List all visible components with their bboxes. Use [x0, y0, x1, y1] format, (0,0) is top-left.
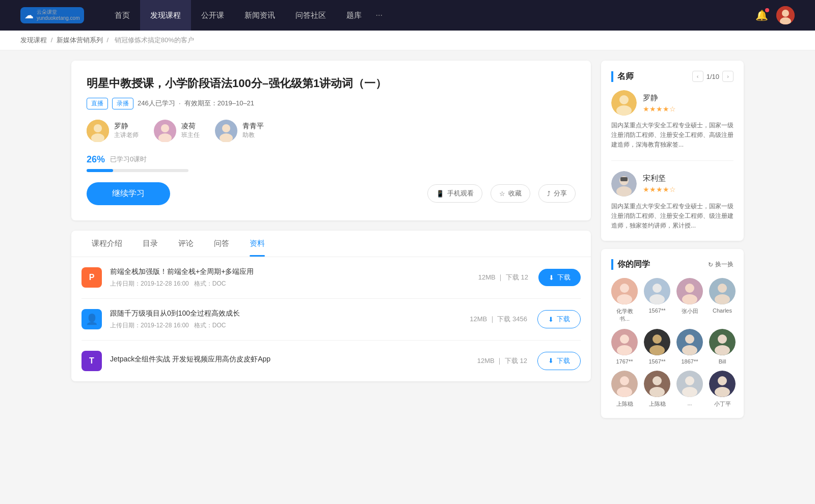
notification-bell[interactable]: 🔔: [755, 9, 768, 21]
student-3: Charles: [709, 278, 736, 323]
nav-news[interactable]: 新闻资讯: [234, 0, 285, 31]
nav-open[interactable]: 公开课: [191, 0, 234, 31]
nav-exam[interactable]: 题库: [336, 0, 372, 31]
teacher-name-0: 罗静: [114, 122, 139, 131]
nav-discover[interactable]: 发现课程: [140, 0, 191, 31]
breadcrumb-discover[interactable]: 发现课程: [20, 36, 47, 44]
sidebar-teacher-header-0: 罗静 ★★★★☆: [611, 90, 734, 116]
next-page-btn[interactable]: ›: [722, 71, 734, 82]
logo-icon: ☁: [24, 10, 34, 21]
nav-more[interactable]: ···: [372, 0, 387, 31]
svg-point-45: [617, 387, 632, 397]
student-name-11: 小丁平: [714, 400, 731, 408]
student-avatar-5: [644, 329, 670, 355]
student-0: 化学教书...: [611, 278, 638, 323]
student-name-10: ...: [687, 400, 692, 406]
student-1: 1567**: [644, 278, 670, 323]
share-icon: ⤴: [547, 190, 551, 198]
collect-button[interactable]: ☆ 收藏: [491, 184, 530, 203]
tab-catalog[interactable]: 目录: [132, 231, 168, 257]
download-button-2[interactable]: ⬇ 下载: [537, 352, 581, 370]
teacher-name-2: 青青平: [242, 122, 264, 131]
students-grid: 化学教书... 1567** 张小田: [611, 278, 734, 408]
course-card: 明星中教授课，小学阶段语法100分–强化级第1讲动词（一） 直播 录播 246人…: [71, 61, 591, 220]
resource-info-2: Jetpack全组件实战 开发短视频应用高仿皮皮虾App: [110, 355, 469, 367]
share-button[interactable]: ⤴ 分享: [538, 184, 576, 203]
resource-meta-1: 上传日期：2019-12-28 16:00 格式：DOC: [110, 321, 461, 330]
mobile-watch-button[interactable]: 📱 手机观看: [427, 184, 482, 203]
tab-intro[interactable]: 课程介绍: [82, 231, 132, 257]
teacher-role-2: 助教: [242, 131, 264, 139]
sidebar-teacher-avatar-0: [611, 90, 637, 116]
svg-point-42: [715, 345, 730, 355]
course-tags: 直播 录播 246人已学习 · 有效期至：2019–10–21: [87, 98, 576, 109]
tab-qa[interactable]: 问答: [204, 231, 239, 257]
user-avatar[interactable]: [776, 6, 795, 24]
course-meta: 246人已学习 · 有效期至：2019–10–21: [138, 99, 254, 108]
student-5: 1567**: [644, 329, 670, 365]
student-avatar-3: [709, 278, 736, 304]
course-title: 明星中教授课，小学阶段语法100分–强化级第1讲动词（一）: [87, 76, 576, 92]
resource-item-0: P 前端全栈加强版！前端全栈+全周期+多端应用 上传日期：2019-12-28 …: [82, 257, 581, 299]
svg-point-14: [616, 105, 632, 116]
logo[interactable]: ☁ 云朵课堂 yunduoketang.com: [20, 7, 84, 23]
tab-comment[interactable]: 评论: [168, 231, 204, 257]
download-button-1[interactable]: ⬇ 下载: [537, 310, 581, 328]
student-name-0: 化学教书...: [611, 307, 638, 323]
resource-info-1: 跟随千万级项目从0到100全过程高效成长 上传日期：2019-12-28 16:…: [110, 309, 461, 330]
teacher-role-1: 班主任: [181, 131, 200, 139]
tag-record: 录播: [112, 98, 133, 109]
nav-items: 首页 发现课程 公开课 新闻资讯 问答社区 题库 ···: [104, 0, 755, 31]
download-button-0[interactable]: ⬇ 下载: [538, 269, 581, 286]
nav-qa[interactable]: 问答社区: [285, 0, 336, 31]
download-icon-0: ⬇: [549, 274, 554, 282]
nav-home[interactable]: 首页: [104, 0, 140, 31]
resource-right-2: 12MB ｜ 下载 12 ⬇ 下载: [477, 352, 581, 370]
actions-row: 继续学习 📱 手机观看 ☆ 收藏 ⤴ 分享: [87, 182, 576, 205]
sidebar-teacher-name-0: 罗静: [643, 93, 676, 103]
resource-list: P 前端全栈加强版！前端全栈+全周期+多端应用 上传日期：2019-12-28 …: [71, 257, 591, 381]
tabs-header: 课程介绍 目录 评论 问答 资料: [71, 231, 591, 257]
teachers-sidebar-card: 名师 ‹ 1/10 › 罗静 ★★★★☆: [601, 61, 744, 241]
svg-point-10: [222, 124, 230, 132]
progress-section: 26% 已学习0课时: [87, 154, 576, 172]
student-name-4: 1767**: [616, 358, 633, 365]
breadcrumb-series[interactable]: 新媒体营销系列: [57, 36, 103, 44]
continue-button[interactable]: 继续学习: [87, 182, 170, 205]
tag-live: 直播: [87, 98, 108, 109]
sidebar-teacher-stars-1: ★★★★☆: [643, 185, 676, 193]
student-avatar-1: [644, 278, 670, 304]
refresh-students-button[interactable]: ↻ 换一换: [708, 260, 734, 269]
svg-point-23: [653, 284, 662, 293]
svg-rect-17: [620, 177, 628, 181]
progress-bar-fill: [87, 169, 113, 172]
resource-stats-0: 12MB ｜ 下载 12: [478, 273, 528, 282]
student-avatar-9: [644, 371, 670, 397]
student-avatar-0: [611, 278, 638, 304]
svg-point-41: [718, 334, 727, 344]
resource-title-1: 跟随千万级项目从0到100全过程高效成长: [110, 309, 461, 318]
teacher-2: 青青平 助教: [215, 120, 264, 142]
tab-resource[interactable]: 资料: [239, 231, 275, 257]
svg-point-51: [682, 387, 697, 397]
breadcrumb-current: 销冠修炼术搞定80%的客户: [115, 36, 194, 44]
svg-point-26: [685, 284, 694, 293]
svg-point-1: [782, 10, 789, 17]
svg-point-54: [715, 387, 730, 397]
prev-page-btn[interactable]: ‹: [692, 71, 703, 82]
main-container: 明星中教授课，小学阶段语法100分–强化级第1讲动词（一） 直播 录播 246人…: [51, 61, 764, 426]
svg-point-47: [653, 376, 662, 385]
progress-bar-bg: [87, 169, 188, 172]
svg-point-30: [715, 294, 730, 304]
student-name-9: 上陈稳: [649, 400, 666, 408]
resource-right-0: 12MB ｜ 下载 12 ⬇ 下载: [478, 269, 581, 286]
teacher-name-1: 凌荷: [181, 122, 200, 131]
teachers-sidebar-title: 名师: [611, 71, 634, 82]
student-name-5: 1567**: [648, 358, 665, 365]
svg-point-36: [649, 345, 665, 355]
student-avatar-6: [676, 329, 703, 355]
students-sidebar-card: 你的同学 ↻ 换一换 化学教书... 156: [601, 249, 744, 418]
student-2: 张小田: [676, 278, 703, 323]
sidebar-teacher-stars-0: ★★★★☆: [643, 105, 676, 113]
svg-point-44: [620, 376, 629, 385]
